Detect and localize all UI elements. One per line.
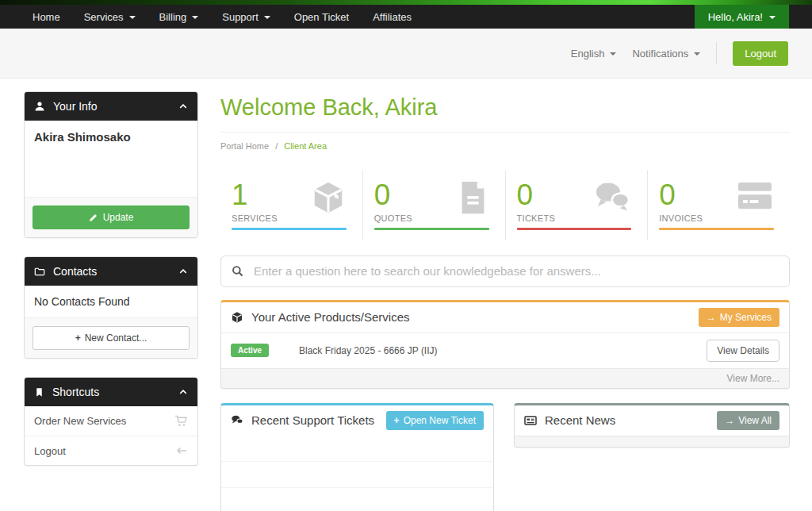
credit-card-icon — [736, 179, 774, 213]
recent-tickets-title: Recent Support Tickets — [251, 413, 374, 427]
knowledgebase-search — [220, 256, 790, 287]
chevron-up-icon — [178, 102, 188, 111]
caret-down-icon — [694, 52, 700, 56]
breadcrumb: Portal Home / Client Area — [220, 141, 790, 151]
your-info-panel: Your Info Akira Shimosako Update — [24, 91, 198, 238]
page-content: Your Info Akira Shimosako Update Contact… — [0, 79, 812, 511]
folder-icon — [34, 266, 45, 277]
recent-news-panel: Recent News → View All — [514, 403, 790, 448]
open-new-ticket-button[interactable]: + Open New Ticket — [386, 411, 484, 430]
arrow-right-icon: → — [707, 313, 716, 322]
search-input[interactable] — [252, 263, 779, 279]
nav-home[interactable]: Home — [21, 5, 72, 29]
news-panel-footer — [515, 436, 789, 447]
divider — [716, 42, 717, 64]
nav-support[interactable]: Support — [210, 5, 282, 29]
bookmark-icon — [34, 387, 44, 398]
status-badge: Active — [231, 344, 269, 357]
recent-tickets-panel: Recent Support Tickets + Open New Ticket — [220, 403, 494, 511]
caret-down-icon — [129, 16, 136, 19]
active-products-title: Your Active Products/Services — [251, 310, 410, 324]
notifications-dropdown[interactable]: Notifications — [632, 48, 700, 60]
empty-ticket-row — [221, 462, 493, 488]
recent-news-title: Recent News — [545, 413, 615, 427]
user-icon — [34, 101, 45, 112]
tickets-empty-list — [221, 436, 493, 511]
search-icon — [232, 265, 243, 277]
view-all-news-button[interactable]: → View All — [717, 411, 779, 430]
nav-open-ticket[interactable]: Open Ticket — [282, 5, 361, 29]
cube-icon — [310, 179, 347, 216]
plus-icon: + — [75, 333, 81, 343]
language-dropdown[interactable]: English — [571, 48, 617, 60]
newspaper-icon — [524, 414, 537, 427]
caret-down-icon — [264, 16, 270, 19]
stat-tickets[interactable]: 0 TICKETS — [505, 170, 648, 240]
caret-down-icon — [192, 16, 198, 19]
stat-underline — [374, 228, 489, 230]
update-info-button[interactable]: Update — [33, 206, 190, 229]
chevron-up-icon — [178, 387, 188, 397]
stat-invoices[interactable]: 0 INVOICES — [647, 170, 790, 240]
view-more-link[interactable]: View More... — [727, 373, 779, 384]
shortcuts-panel: Shortcuts Order New Services Logout — [24, 377, 198, 466]
breadcrumb-client-area: Client Area — [284, 141, 327, 151]
shortcuts-panel-header[interactable]: Shortcuts — [25, 378, 197, 406]
contacts-empty-text: No Contacts Found — [25, 286, 197, 317]
chevron-up-icon — [178, 267, 188, 276]
product-row: Active Black Friday 2025 - 6666 JP (IIJ)… — [221, 332, 789, 368]
breadcrumb-separator: / — [275, 141, 278, 151]
stat-underline — [659, 228, 774, 230]
nav-billing[interactable]: Billing — [147, 5, 211, 29]
stat-quotes[interactable]: 0 QUOTES — [362, 170, 505, 240]
nav-affiliates[interactable]: Affiliates — [361, 5, 423, 29]
contacts-panel: Contacts No Contacts Found + New Contact… — [24, 256, 198, 359]
arrow-right-icon: → — [725, 416, 734, 425]
nav-services[interactable]: Services — [72, 5, 147, 29]
bottom-row: Recent Support Tickets + Open New Ticket — [220, 403, 790, 511]
my-services-button[interactable]: → My Services — [699, 308, 779, 327]
stat-underline — [232, 228, 347, 230]
new-contact-button[interactable]: + New Contact... — [33, 326, 190, 350]
page-title: Welcome Back, Akira — [220, 94, 790, 121]
contacts-panel-header[interactable]: Contacts — [25, 257, 197, 286]
shortcut-logout[interactable]: Logout — [25, 436, 197, 465]
caret-down-icon — [610, 52, 616, 56]
stat-services[interactable]: 1 SERVICES — [220, 170, 362, 240]
box-icon — [231, 311, 243, 324]
account-dropdown-button[interactable]: Hello, Akira! — [695, 5, 789, 29]
main-navbar: Home Services Billing Support Open Ticke… — [0, 5, 812, 29]
comments-icon — [231, 414, 243, 426]
client-name: Akira Shimosako — [34, 130, 131, 144]
secondary-header: English Notifications Logout — [0, 29, 812, 79]
cart-icon — [174, 414, 188, 428]
plus-icon: + — [394, 416, 400, 425]
your-info-panel-header[interactable]: Your Info — [25, 92, 197, 121]
breadcrumb-portal-home[interactable]: Portal Home — [220, 141, 269, 151]
active-products-panel: Your Active Products/Services → My Servi… — [220, 300, 790, 389]
divider — [220, 132, 790, 133]
main-area: Welcome Back, Akira Portal Home / Client… — [220, 91, 790, 511]
file-icon — [456, 179, 489, 216]
comments-icon — [593, 179, 631, 214]
view-details-button[interactable]: View Details — [707, 340, 779, 362]
arrow-left-icon — [175, 444, 188, 457]
empty-ticket-row — [221, 488, 493, 511]
caret-down-icon — [769, 16, 776, 19]
logout-button[interactable]: Logout — [733, 41, 788, 66]
shortcut-order-new-services[interactable]: Order New Services — [25, 406, 197, 436]
stat-underline — [517, 228, 632, 230]
stats-row: 1 SERVICES 0 QUOTES 0 TICKETS 0 INVOICES — [220, 170, 790, 240]
sidebar: Your Info Akira Shimosako Update Contact… — [24, 91, 198, 511]
empty-ticket-row — [221, 436, 493, 462]
pencil-icon — [89, 213, 98, 222]
product-name: Black Friday 2025 - 6666 JP (IIJ) — [299, 345, 707, 356]
